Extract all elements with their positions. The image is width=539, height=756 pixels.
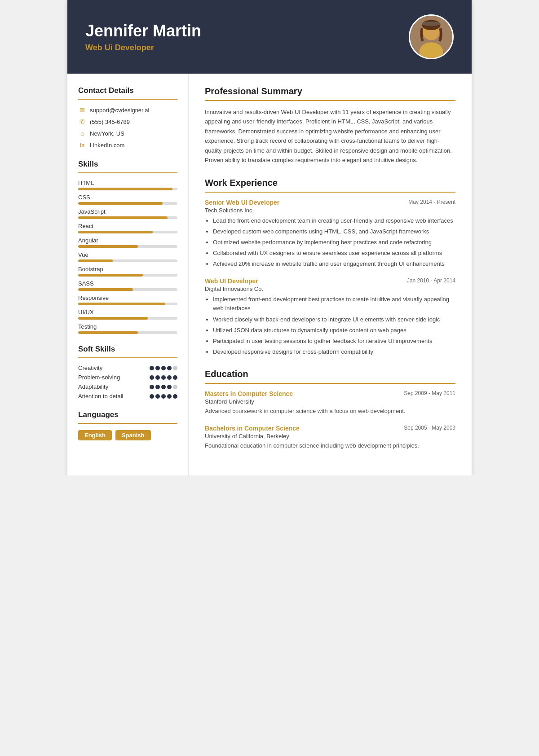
skill-bar [78, 216, 177, 219]
skill-name: Vue [78, 251, 177, 258]
filled-dot [155, 385, 160, 389]
skill-name: UI/UX [78, 309, 177, 316]
skill-name: Angular [78, 237, 177, 244]
filled-dot [150, 366, 154, 370]
skill-item: CSS [78, 194, 177, 205]
job-duties: Lead the front-end development team in c… [205, 216, 455, 269]
skill-dots [150, 394, 177, 399]
soft-skills-title: Soft Skills [78, 345, 177, 354]
skill-name: Responsive [78, 294, 177, 301]
soft-skill-item: Attention to detail [78, 393, 177, 400]
linkedin-icon: in [78, 141, 86, 149]
skill-bar [78, 303, 177, 305]
soft-skill-name: Adaptability [78, 383, 108, 390]
filled-dot [161, 366, 166, 370]
skill-fill [78, 317, 148, 320]
skill-bar [78, 245, 177, 248]
sidebar: Contact Details ✉ support@cvdesigner.ai … [67, 74, 189, 475]
location-value: NewYork, US [90, 130, 124, 137]
filled-dot [167, 375, 172, 380]
edu-header: Bachelors in Computer Science Sep 2005 -… [205, 425, 455, 432]
skill-fill [78, 288, 133, 291]
contact-email: ✉ support@cvdesigner.ai [78, 106, 177, 114]
skill-item: Responsive [78, 294, 177, 305]
edu-header: Masters in Computer Science Sep 2009 - M… [205, 390, 455, 397]
skill-name: Bootstrap [78, 266, 177, 273]
skill-fill [78, 274, 143, 277]
summary-title: Professional Summary [205, 86, 455, 97]
skill-fill [78, 303, 165, 305]
soft-skill-name: Attention to detail [78, 393, 123, 400]
soft-skills-divider [78, 357, 177, 358]
education-list: Masters in Computer Science Sep 2009 - M… [205, 390, 455, 450]
job-duty: Lead the front-end development team in c… [213, 216, 455, 225]
filled-dot [167, 385, 172, 389]
job-title: Web UI Developer [205, 277, 258, 285]
job-header: Web UI Developer Jan 2010 - Apr 2014 [205, 277, 455, 285]
summary-section: Professional Summary Innovative and resu… [205, 86, 455, 165]
filled-dot [150, 385, 154, 389]
languages-divider [78, 423, 177, 424]
job-duty: Achieved 20% increase in website traffic… [213, 259, 455, 268]
skill-fill [78, 259, 113, 262]
edu-school: University of California, Berkeley [205, 433, 455, 440]
resume-container: Jennifer Martin Web Ui Developer [67, 0, 472, 475]
job-item: Senior Web UI Developer May 2014 - Prese… [205, 199, 455, 269]
summary-divider [205, 100, 455, 101]
skill-bar [78, 274, 177, 277]
education-title: Education [205, 369, 455, 379]
skill-fill [78, 188, 172, 190]
filled-dot [173, 375, 177, 380]
skill-bar [78, 317, 177, 320]
candidate-name: Jennifer Martin [85, 22, 201, 40]
skill-item: Vue [78, 251, 177, 262]
skill-item: Testing [78, 323, 177, 334]
summary-text: Innovative and results-driven Web UI Dev… [205, 107, 455, 165]
job-duty: Worked closely with back-end developers … [213, 315, 455, 324]
email-icon: ✉ [78, 106, 86, 114]
skills-title: Skills [78, 160, 177, 169]
education-item: Bachelors in Computer Science Sep 2005 -… [205, 425, 455, 450]
experience-title: Work Experience [205, 178, 455, 188]
skill-name: HTML [78, 180, 177, 186]
edu-description: Foundational education in computer scien… [205, 441, 455, 450]
job-title: Senior Web UI Developer [205, 199, 279, 206]
job-company: Digital Innovations Co. [205, 286, 455, 292]
filled-dot [161, 394, 166, 399]
experience-divider [205, 192, 455, 193]
skill-item: SASS [78, 280, 177, 291]
skill-bar [78, 331, 177, 334]
edu-date: Sep 2009 - May 2011 [404, 390, 455, 396]
skills-section: Skills HTML CSS JavaScript React Angular [78, 160, 177, 334]
job-duty: Collaborated with UX designers to ensure… [213, 249, 455, 258]
job-header: Senior Web UI Developer May 2014 - Prese… [205, 199, 455, 206]
job-duty: Developed responsive designs for cross-p… [213, 347, 455, 356]
edu-degree: Masters in Computer Science [205, 390, 293, 397]
skills-divider [78, 172, 177, 173]
job-duty: Developed custom web components using HT… [213, 227, 455, 236]
contact-title: Contact Details [78, 86, 177, 95]
skill-fill [78, 231, 153, 233]
contact-section: Contact Details ✉ support@cvdesigner.ai … [78, 86, 177, 149]
skill-dots [150, 385, 177, 389]
soft-skill-name: Creativity [78, 365, 102, 371]
avatar-image [410, 14, 452, 59]
edu-description: Advanced coursework in computer science … [205, 407, 455, 416]
edu-date: Sep 2005 - May 2009 [404, 425, 455, 431]
job-date: Jan 2010 - Apr 2014 [407, 277, 455, 284]
skill-bar [78, 259, 177, 262]
contact-divider [78, 99, 177, 100]
skill-fill [78, 331, 138, 334]
skill-item: Angular [78, 237, 177, 248]
skill-bar [78, 231, 177, 233]
filled-dot [167, 394, 172, 399]
location-icon: ⌂ [78, 129, 86, 137]
job-duty: Utilized JSON data structures to dynamic… [213, 326, 455, 335]
skill-item: HTML [78, 180, 177, 190]
filled-dot [150, 375, 154, 380]
filled-dot [155, 375, 160, 380]
skill-item: JavaScript [78, 208, 177, 219]
language-tag: Spanish [115, 430, 151, 440]
job-duty: Participated in user testing sessions to… [213, 337, 455, 346]
skill-dots [150, 366, 177, 370]
